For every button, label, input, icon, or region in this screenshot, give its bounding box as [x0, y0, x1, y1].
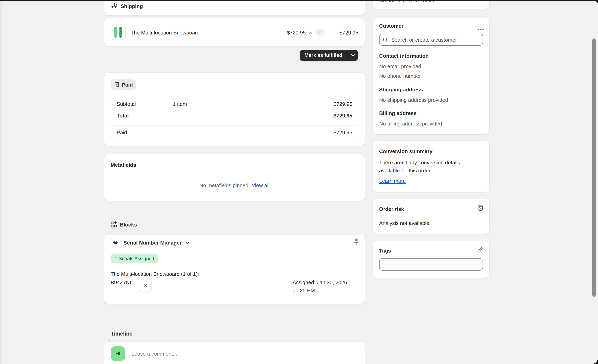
- mark-as-fulfilled-button[interactable]: Mark as fulfilled: [299, 50, 347, 61]
- customer-search-input[interactable]: [390, 36, 479, 43]
- tags-title: Tags: [379, 248, 391, 254]
- remove-serial-button[interactable]: [139, 279, 152, 292]
- price-group: $729.95 × 1: [287, 29, 324, 36]
- subtotal-detail: 1 item: [173, 101, 333, 107]
- ellipsis-icon: [477, 28, 484, 30]
- shipping-card-title: Shipping: [121, 3, 143, 9]
- left-rail: [0, 0, 2, 364]
- shipping-header: Shipping: [111, 2, 143, 10]
- search-icon: [383, 37, 388, 42]
- billing-address-heading: Billing address: [379, 110, 416, 117]
- snowboard-image: [119, 27, 122, 38]
- close-icon: [143, 284, 147, 288]
- payment-summary-card: Paid Subtotal 1 item $729.95 Total $729.…: [104, 73, 365, 146]
- tags-input[interactable]: [379, 258, 483, 271]
- serials-assigned-badge: 1 Serials Assigned: [111, 254, 158, 263]
- truck-icon: [111, 2, 117, 10]
- timeline-comment-card: HI: [104, 341, 365, 364]
- contact-information-heading: Contact information: [379, 53, 429, 59]
- no-shipping-address-text: No shipping address provided: [379, 97, 448, 103]
- total-row: Total $729.95: [111, 111, 358, 120]
- totals-box: Subtotal 1 item $729.95 Total $729.95 Pa…: [111, 95, 358, 140]
- customer-card-title: Customer: [379, 23, 403, 29]
- pencil-icon: [478, 246, 484, 252]
- metafields-card: Metafields No metafields pinned. View al…: [104, 154, 365, 201]
- chevron-down-icon: [186, 241, 190, 244]
- paid-row: Paid $729.95: [111, 127, 358, 137]
- paid-status-badge: Paid: [111, 79, 136, 90]
- edit-tags-button[interactable]: [478, 246, 484, 254]
- total-label: Total: [117, 112, 173, 118]
- subtotal-label: Subtotal: [117, 101, 173, 107]
- serial-number-manager-card: Serial Number Manager 1 Serials Assigned…: [104, 234, 365, 304]
- serial-item-line: The Multi-location Snowboard (1 of 1):: [111, 271, 199, 277]
- metafields-empty-state: No metafields pinned. View all: [104, 182, 365, 189]
- comment-input[interactable]: [131, 348, 349, 359]
- order-detail-page: Shipping The Multi-location Snowboard $7…: [0, 0, 598, 364]
- conversion-summary-title: Conversion summary: [379, 148, 432, 154]
- serial-app-header[interactable]: Serial Number Manager: [111, 238, 190, 247]
- customer-search-field[interactable]: [379, 34, 483, 46]
- unit-price: $729.95: [287, 29, 306, 35]
- timeline-title: Timeline: [111, 331, 133, 337]
- line-total: $729.95: [340, 29, 358, 35]
- customer-card: Customer Contact information No email pr…: [373, 18, 489, 134]
- learn-more-link[interactable]: Learn more: [379, 178, 406, 184]
- blocks-section-header: Blocks: [111, 221, 137, 228]
- paid-badge-label: Paid: [122, 82, 133, 88]
- order-risk-title: Order risk: [379, 206, 404, 212]
- app-logo-icon: [111, 238, 120, 247]
- order-risk-card: Order risk Analysis not available: [373, 199, 489, 234]
- multiply-sign: ×: [309, 29, 312, 35]
- total-amount: $729.95: [333, 112, 352, 118]
- order-risk-report-button[interactable]: [477, 205, 484, 213]
- metafields-empty-text: No metafields pinned.: [199, 182, 250, 188]
- metafields-title: Metafields: [111, 162, 136, 168]
- quantity-badge: 1: [315, 29, 324, 36]
- view-all-link[interactable]: View all: [252, 182, 270, 188]
- content-area: Shipping The Multi-location Snowboard $7…: [0, 0, 598, 364]
- paid-label: Paid: [117, 129, 173, 135]
- chevron-down-icon: [351, 54, 355, 57]
- snowboard-image: [114, 27, 117, 38]
- subtotal-amount: $729.95: [333, 101, 352, 107]
- totals-divider: [111, 125, 358, 125]
- user-avatar: HI: [111, 346, 125, 361]
- top-bar: [0, 0, 598, 1]
- scrollbar-thumb[interactable]: [592, 39, 596, 297]
- blocks-grid-icon: [111, 221, 117, 228]
- notes-card: No notes from customer: [373, 0, 489, 9]
- serial-app-title: Serial Number Manager: [124, 240, 182, 246]
- product-thumbnail: [111, 25, 126, 40]
- shipping-address-heading: Shipping address: [379, 87, 423, 93]
- line-item-row[interactable]: The Multi-location Snowboard $729.95 × 1…: [104, 18, 365, 47]
- blocks-section-title: Blocks: [120, 222, 137, 228]
- serial-code: B94Z7NI: [111, 279, 131, 286]
- tags-card: Tags: [373, 241, 489, 278]
- order-risk-status: Analysis not available: [379, 220, 429, 226]
- pin-button[interactable]: [354, 238, 359, 247]
- receipt-check-icon: [114, 82, 119, 87]
- shipping-card: Shipping: [104, 0, 365, 15]
- no-billing-address-text: No billing address provided: [379, 121, 442, 127]
- conversion-summary-card: Conversion summary There aren't any conv…: [373, 141, 489, 192]
- pin-icon: [354, 238, 359, 246]
- conversion-summary-body: There aren't any conversion details avai…: [379, 159, 474, 175]
- no-email-text: No email provided: [379, 63, 421, 70]
- mark-as-fulfilled-split-button[interactable]: Mark as fulfilled: [299, 50, 358, 61]
- no-phone-text: No phone number: [379, 73, 421, 79]
- paid-amount: $729.95: [333, 129, 352, 135]
- file-search-icon: [477, 205, 484, 211]
- fulfill-options-button[interactable]: [347, 50, 358, 61]
- assigned-timestamp: Assigned: Jan 30, 2026, 01:25 PM: [293, 279, 356, 295]
- subtotal-row: Subtotal 1 item $729.95: [111, 99, 358, 109]
- product-name[interactable]: The Multi-location Snowboard: [131, 29, 282, 35]
- customer-menu-button[interactable]: [477, 25, 484, 32]
